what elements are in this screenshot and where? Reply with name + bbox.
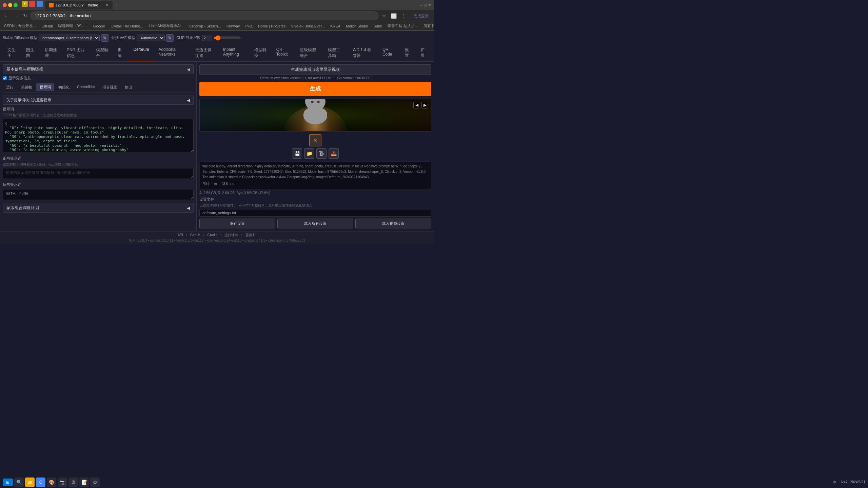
nav-tab-img2img[interactable]: 图生图 (21, 45, 40, 61)
window-maximize-btn[interactable] (14, 3, 18, 7)
nav-tab-deforum[interactable]: Deforum (129, 45, 154, 61)
back-btn[interactable]: ← (3, 13, 10, 19)
reload-btn[interactable]: ↻ (22, 13, 28, 19)
nav-tab-postprocess[interactable]: 后期处理 (40, 45, 62, 61)
nav-tab-settings[interactable]: 设置 (400, 45, 416, 61)
bookmark-suno[interactable]: Suno (372, 24, 383, 28)
vae-model-select[interactable]: Automatic (137, 35, 165, 41)
vae-model-group: 外挂 VAE 模型 Automatic ↻ (111, 34, 174, 42)
bookmark-liblib[interactable]: LiblibAI•哩布哩布AI... (147, 23, 185, 29)
bookmark-pika[interactable]: Pika (244, 24, 254, 28)
nav-tab-qr-toolkit[interactable]: QR Toolkit (272, 45, 295, 61)
restore-btn[interactable]: □ (424, 3, 427, 7)
nav-tab-wd14[interactable]: WD 1.4 标签器 (348, 45, 378, 61)
tab-close-icon[interactable]: ✕ (105, 3, 108, 7)
bookmark-btn[interactable]: ☆ (380, 13, 388, 19)
bookmark-runway[interactable]: Runway (225, 24, 241, 28)
active-tab[interactable]: 127.0.0.1:7860/?__theme=dark ✕ (45, 1, 113, 9)
nav-tab-infinite-browse[interactable]: 无边图像浏览 (191, 45, 218, 61)
save-image-btn[interactable]: 💾 (292, 148, 302, 159)
nav-tab-png-info[interactable]: PNG 图片信息 (62, 45, 91, 61)
image-thumbnail[interactable]: ✕ (309, 134, 321, 146)
more-btn[interactable]: ⋮ (400, 13, 408, 19)
bookmark-google[interactable]: Google (92, 24, 106, 28)
generate-header-text: 生成完成后点这里显示视频 (291, 67, 340, 72)
show-more-checkbox[interactable] (3, 76, 7, 80)
forward-btn[interactable]: → (12, 13, 20, 19)
footer-gradio-link[interactable]: Gradio (207, 233, 217, 237)
prompt-textarea[interactable]: { "0": "tiny cute bunny, vibrant diffrac… (3, 119, 194, 153)
bookmark-krea[interactable]: KREA (329, 24, 342, 28)
footer-api-link[interactable]: API (178, 233, 183, 237)
settings-file-input[interactable] (199, 209, 431, 217)
url-input[interactable] (31, 12, 378, 20)
bookmark-bilibili[interactable]: 哔哩哔哩（'∀'）... (57, 23, 89, 29)
nav-tab-super-merge[interactable]: 超级模型融合 (295, 45, 323, 61)
nav-tab-train[interactable]: 训练 (113, 45, 129, 61)
window-close-btn[interactable] (3, 3, 7, 7)
sub-tab-output[interactable]: 输出 (121, 83, 136, 91)
nav-tab-inpaint[interactable]: Inpaint Anything (218, 45, 250, 61)
send-btn[interactable]: 📤 (329, 148, 339, 159)
load-video-settings-btn[interactable]: 载入视频设置 (355, 219, 431, 228)
image-next-btn[interactable]: ▶ (421, 102, 428, 108)
nav-tab-model-merge[interactable]: 模型融合 (91, 45, 113, 61)
nav-tab-convert[interactable]: 模型转换 (250, 45, 271, 61)
footer-github-link[interactable]: Github (190, 233, 200, 237)
footer-reload-link[interactable]: 重载 UI (245, 233, 257, 237)
new-tab-btn[interactable]: + (113, 1, 120, 9)
clip-slider[interactable] (214, 35, 241, 41)
settings-file-section: 设置文件 设置文件路径可以相对于 SD-WebUI 根目录，也可以是绝对路径或直… (199, 197, 431, 217)
image-prev-btn[interactable]: ◀ (413, 102, 420, 108)
nav-tab-model-tools[interactable]: 模型工具箱 (323, 45, 348, 61)
tab-favicon-active (49, 3, 54, 7)
positive-prompt-textarea[interactable] (3, 168, 194, 179)
zip-btn[interactable]: 🗜 (316, 148, 327, 159)
bookmark-viva[interactable]: Viva.ai- Bring Ever... (290, 24, 326, 28)
nav-tab-extensions[interactable]: 扩展 (416, 45, 431, 61)
sub-tab-prompt[interactable]: 提示词 (36, 83, 54, 91)
nav-tab-qr-code[interactable]: QR Code (378, 45, 400, 61)
main-nav-tabs: 文生图 图生图 后期处理 PNG 图片信息 模型融合 训练 Deforum Ad… (0, 45, 434, 62)
sub-tab-controlnet[interactable]: ControlNet (74, 83, 98, 91)
bookmark-all[interactable]: 所有书签 (422, 23, 434, 29)
clip-input[interactable] (202, 35, 212, 41)
bookmark-bar: CSDN - 专业开发... GitHub 哔哩哔哩（'∀'）... Googl… (0, 22, 434, 30)
bookmark-csdn[interactable]: CSDN - 专业开发... (3, 23, 37, 29)
save-settings-btn[interactable]: 保存设置 (199, 219, 275, 228)
image-nav-btns: ◀ ▶ (413, 102, 428, 108)
extensions-btn[interactable]: ⬜ (390, 13, 398, 19)
window-resize-controls: ─ □ ✕ (420, 3, 431, 7)
nav-tab-txt2img[interactable]: 文生图 (3, 45, 21, 61)
close-btn[interactable]: ✕ (428, 3, 431, 7)
generate-btn[interactable]: 生成 (199, 82, 431, 96)
sub-tab-hybrid-video[interactable]: 混合视频 (99, 83, 121, 91)
folder-btn[interactable]: 📁 (304, 148, 314, 159)
bookmark-noise[interactable]: 噪音工坊-达人拼... (386, 23, 419, 29)
nav-tab-additional-networks[interactable]: Additional Networks (154, 45, 190, 61)
sd-model-refresh-btn[interactable]: ↻ (101, 34, 108, 42)
window-minimize-btn[interactable] (8, 3, 12, 7)
bookmark-github[interactable]: GitHub (40, 24, 54, 28)
bookmark-clipdrop[interactable]: Clipdrop - Sketch... (188, 24, 222, 28)
footer-timer-link[interactable]: 运行计时 (224, 233, 238, 237)
vae-model-refresh-btn[interactable]: ↻ (166, 34, 174, 42)
show-more-checkbox-label[interactable]: 显示更多信息 (3, 76, 31, 81)
basic-info-section-header[interactable]: 基本信息与帮助链接 ◀ (3, 64, 194, 74)
complete-label: 完成更新 (411, 13, 431, 19)
minimize-btn[interactable]: ─ (420, 3, 423, 7)
sub-tab-keyframe[interactable]: 关键帧 (18, 83, 36, 91)
bookmark-pixverse[interactable]: Home | PixVerse (257, 24, 287, 28)
lora-section-arrow: ◀ (187, 206, 190, 210)
bookmark-morph[interactable]: Morph Studio (344, 24, 369, 28)
negative-prompt-textarea[interactable] (3, 189, 194, 200)
generation-info: tiny cute bunny, vibrant diffraction, hi… (199, 161, 431, 189)
sd-model-select[interactable]: dreamshaper_8.safetensors [879db523c3] (39, 35, 100, 41)
settings-file-label: 设置文件 (199, 197, 431, 202)
load-all-settings-btn[interactable]: 载入所有设置 (277, 219, 353, 228)
bookmark-civitai[interactable]: Civitai: The Home... (109, 24, 144, 28)
lora-section[interactable]: 蒙版组合调度计划 ◀ (3, 203, 194, 213)
sub-tab-run[interactable]: 运行 (3, 83, 17, 91)
right-panel: 生成完成后点这里显示视频 Deforum extension version 3… (197, 62, 434, 231)
sub-tab-init[interactable]: 初始化 (55, 83, 73, 91)
